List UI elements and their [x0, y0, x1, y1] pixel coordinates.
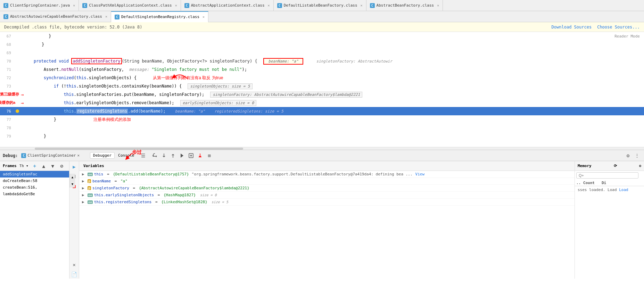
memory-refresh-btn[interactable]: ⟳	[614, 164, 617, 168]
code-line-74: 74 把a添加到第三级缓存 → this.singletonFactories.…	[0, 90, 644, 99]
arrow-74: →	[21, 92, 24, 97]
tab-ClientSpringContainer[interactable]: C ClientSpringContainer.java ✕	[0, 0, 79, 11]
tab-close-0[interactable]: ✕	[73, 3, 75, 7]
variables-header: Variables	[79, 161, 575, 171]
tab-DefaultSingletonBeanRegistry[interactable]: C DefaultSingletonBeanRegistry.class ✕	[111, 11, 208, 22]
force-step-into-btn[interactable]	[196, 151, 204, 160]
arrow-75: →	[21, 100, 24, 106]
var-row-singletonFactory: ▶ p singletonFactory = {AbstractAutowire…	[79, 185, 575, 192]
tab-AbstractBeanFactory[interactable]: C AbstractBeanFactory.class ✕	[366, 0, 443, 11]
memory-status: sses loaded. Load Load	[575, 186, 644, 279]
tab-AbstractApplicationContext[interactable]: C AbstractApplicationContext.class ✕	[181, 0, 274, 11]
expand-singletonFactory[interactable]: ▶	[82, 186, 86, 190]
run-to-cursor-btn[interactable]	[178, 151, 186, 160]
tab-close-6[interactable]: ✕	[203, 15, 205, 19]
tab-close-4[interactable]: ✕	[437, 3, 439, 7]
expand-beanName[interactable]: ▶	[82, 179, 86, 183]
var-this-desc: "org.springframework.beans.factory.suppo…	[192, 172, 413, 176]
bottom-note: 注册单例模式的添加	[93, 117, 131, 122]
more-btn[interactable]: ⋮	[633, 151, 641, 160]
session-close[interactable]: ✕	[77, 153, 80, 158]
memory-panel: Memory ⟳ ⚙ .. Count Di sses loaded. Load…	[575, 161, 644, 279]
memory-settings-btn[interactable]: ⚙	[639, 164, 641, 168]
code-line-67: 67 }	[0, 32, 644, 40]
tab-close-2[interactable]: ✕	[268, 3, 270, 7]
code-line-72: 72 synchronized(this.singletonObjects) {…	[0, 74, 644, 82]
java-file-icon: C	[3, 3, 8, 8]
class-file-icon-1: C	[82, 3, 87, 8]
var-icon-registered: oo	[88, 200, 93, 204]
var-row-registeredSingletons: ▶ oo this.registeredSingletons = {Linked…	[79, 199, 575, 206]
evaluate-expr-btn[interactable]	[187, 151, 195, 160]
tab-ClassPathXmlApplicationContext[interactable]: C ClassPathXmlApplicationContext.class ✕	[79, 0, 181, 11]
frame-item-0[interactable]: addSingletonFac	[0, 171, 69, 177]
settings-btn[interactable]: ⚙	[624, 151, 632, 160]
choose-sources-link[interactable]: Choose Sources...	[597, 25, 640, 30]
tab-close-1[interactable]: ✕	[175, 3, 177, 7]
code-line-79: 79 }	[0, 132, 644, 140]
class-file-icon-6: C	[115, 15, 119, 19]
download-sources-link[interactable]: Download Sources	[552, 25, 592, 30]
tab-close-5[interactable]: ✕	[105, 15, 107, 18]
frames-down-btn[interactable]: ▼	[49, 162, 57, 170]
resume-btn[interactable]: ▶	[70, 163, 79, 171]
memory-header: Memory ⟳ ⚙	[575, 161, 644, 171]
class-file-icon-2: C	[184, 3, 189, 8]
variables-panel: Variables ▶ oo this = {DefaultListableBe…	[79, 161, 575, 279]
breakpoint-dot	[16, 109, 19, 113]
code-line-68: 68 }	[0, 40, 644, 49]
frame-item-3[interactable]: lambda$doGetBe	[0, 191, 69, 197]
step-arrow-svg	[122, 151, 139, 161]
frames-panel: Frames Th ▾ + ▲ ▼ ⊘ addSingletonFac doCr…	[0, 161, 69, 279]
frames-add-btn[interactable]: +	[31, 162, 39, 170]
var-icon-this: oo	[88, 173, 93, 176]
threads-label: Th	[19, 164, 24, 168]
step-out-btn[interactable]	[169, 151, 177, 160]
frame-item-1[interactable]: doCreateBean:58	[0, 177, 69, 184]
frames-up-btn[interactable]: ▲	[40, 162, 48, 170]
debug-session: C ClientSpringContainer ✕	[21, 153, 80, 158]
tab-close-3[interactable]: ✕	[361, 3, 363, 7]
code-line-70: 70 protected void addSingletonFactory(St…	[0, 57, 644, 65]
threads-dropdown-icon[interactable]: ▾	[26, 164, 28, 168]
frames-filter-btn[interactable]: ⊘	[58, 162, 66, 170]
memory-columns: .. Count Di	[575, 180, 644, 186]
info-bar: Decompiled .class file, bytecode version…	[0, 22, 644, 32]
tab-bar-row2: C AbstractAutowireCapableBeanFactory.cla…	[0, 11, 644, 22]
session-icon: C	[21, 153, 26, 158]
left-note-2: 清空第二级缓存的a	[0, 100, 15, 105]
class-file-icon-5: C	[3, 14, 8, 19]
code-line-73: 73 if (!this.singletonObjects.containsKe…	[0, 82, 644, 90]
debug-content: Frames Th ▾ + ▲ ▼ ⊘ addSingletonFac doCr…	[0, 161, 644, 279]
frames-table-btn[interactable]: ⊞	[205, 151, 213, 160]
step-over-btn[interactable]	[151, 151, 159, 160]
var-row-beanName: ▶ p beanName = "a"	[79, 178, 575, 185]
step-into-btn[interactable]	[160, 151, 168, 160]
expand-earlySingletonObjects[interactable]: ▶	[82, 193, 86, 197]
tab-AbstractAutowireCapableBeanFactory[interactable]: C AbstractAutowireCapableBeanFactory.cla…	[0, 11, 111, 22]
code-line-69: 69	[0, 49, 644, 57]
decompiled-info: Decompiled .class file, bytecode version…	[4, 25, 142, 30]
load-link[interactable]: Load	[619, 188, 628, 192]
debugger-tab[interactable]: Debugger	[90, 152, 115, 159]
code-line-71: 71 Assert.notNull(singletonFactory, mess…	[0, 65, 644, 74]
add-watch-btn[interactable]: 📄	[70, 270, 79, 279]
tab-DefaultListableBeanFactory[interactable]: C DefaultListableBeanFactory.class ✕	[274, 0, 366, 11]
view-link[interactable]: View	[415, 172, 425, 176]
var-row-earlySingletonObjects: ▶ oo this.earlySingletonObjects = {HashM…	[79, 192, 575, 199]
debug-panel: Debug: C ClientSpringContainer ✕ 步过 Debu…	[0, 150, 644, 279]
annotation-arrow-72	[167, 70, 195, 81]
frames-header: Frames Th ▾ + ▲ ▼ ⊘	[0, 161, 69, 171]
expand-registeredSingletons[interactable]: ▶	[82, 200, 86, 204]
class-file-icon-3: C	[277, 3, 282, 8]
code-line-78: 78	[0, 124, 644, 132]
expand-this[interactable]: ▶	[82, 172, 86, 176]
horizontal-scrollbar[interactable]	[0, 147, 644, 150]
var-icon-early: oo	[88, 193, 93, 197]
frame-item-2[interactable]: createBean:516,	[0, 184, 69, 191]
class-file-icon-4: C	[370, 3, 375, 8]
memory-search-input[interactable]	[576, 172, 638, 179]
frames-list: addSingletonFac doCreateBean:58 createBe…	[0, 171, 69, 197]
code-line-75: 75 清空第二级缓存的a → this.earlySingletonObject…	[0, 99, 644, 107]
mute-btn[interactable]: ✕	[70, 261, 79, 269]
